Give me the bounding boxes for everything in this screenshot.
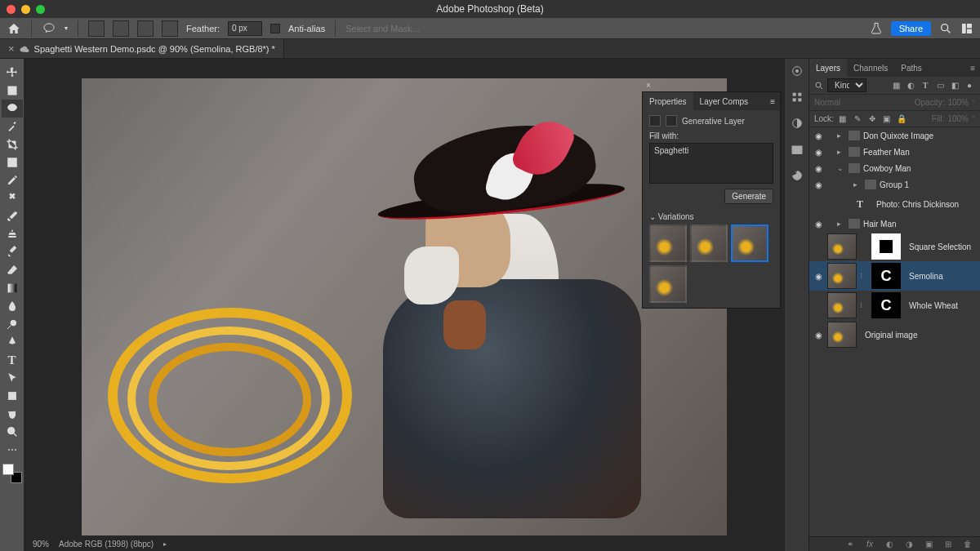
layer-row[interactable]: Square Selection	[809, 232, 980, 261]
generate-button[interactable]: Generate	[724, 189, 773, 204]
visibility-icon[interactable]: ◉	[813, 131, 824, 140]
layer-row[interactable]: ◉ ▸ Hair Man	[809, 216, 980, 232]
history-brush-tool[interactable]	[2, 243, 23, 261]
minimize-window-icon[interactable]	[21, 5, 30, 14]
tab-layer-comps[interactable]: Layer Comps	[693, 92, 755, 110]
marquee-tool[interactable]	[2, 82, 23, 100]
swatches-panel-icon[interactable]	[790, 90, 804, 104]
tab-layers[interactable]: Layers	[809, 59, 847, 77]
lock-position-icon[interactable]: ✥	[866, 113, 878, 125]
search-icon[interactable]	[939, 22, 952, 35]
path-select-tool[interactable]	[2, 369, 23, 387]
blend-mode-select[interactable]: Normal	[814, 98, 840, 107]
magic-wand-tool[interactable]	[2, 118, 23, 136]
visibility-icon[interactable]: ◉	[813, 148, 824, 157]
lock-all-icon[interactable]: 🔒	[896, 113, 907, 125]
lock-artboard-icon[interactable]: ▣	[881, 113, 893, 125]
link-mask-icon[interactable]: ⁞	[860, 272, 868, 280]
intersect-selection-button[interactable]	[162, 20, 178, 37]
zoom-level[interactable]: 90%	[33, 540, 49, 549]
brush-tool[interactable]	[2, 207, 23, 225]
move-tool[interactable]	[2, 64, 23, 82]
layer-row[interactable]: ◉ ▸ Group 1	[809, 176, 980, 193]
visibility-icon[interactable]: ◉	[813, 180, 824, 189]
share-button[interactable]: Share	[891, 21, 931, 36]
maximize-window-icon[interactable]	[36, 5, 45, 14]
layer-row[interactable]: ◉ ⌄ Cowboy Man	[809, 160, 980, 176]
close-tab-icon[interactable]: ×	[8, 42, 15, 55]
zoom-tool[interactable]	[2, 423, 23, 441]
beaker-icon[interactable]	[870, 22, 883, 35]
filter-smart-icon[interactable]: ◧	[949, 80, 960, 91]
lock-pixels-icon[interactable]: ✎	[852, 113, 863, 125]
status-arrow-icon[interactable]: ▸	[163, 540, 167, 548]
search-icon[interactable]	[814, 81, 824, 91]
crop-tool[interactable]	[2, 136, 23, 153]
select-and-mask-button[interactable]: Select and Mask...	[345, 24, 420, 33]
layer-row[interactable]: ◉ ⁞ C Semolina	[809, 261, 980, 291]
layer-row[interactable]: T Photo: Chris Dickinson	[809, 193, 980, 216]
layer-mask[interactable]: C	[871, 263, 901, 289]
link-mask-icon[interactable]: ⁞	[860, 301, 868, 309]
filter-toggle-icon[interactable]: ●	[964, 80, 975, 91]
workspace-icon[interactable]	[960, 22, 973, 35]
document-tab[interactable]: × Spaghetti Western Demo.psdc @ 90% (Sem…	[0, 39, 284, 58]
opacity-value[interactable]: 100%	[947, 98, 969, 107]
doc-info[interactable]: Adobe RGB (1998) (8bpc)	[59, 540, 154, 549]
filter-kind-select[interactable]: Kind	[827, 78, 866, 92]
edit-toolbar[interactable]: ⋯	[2, 441, 23, 459]
filter-shape-icon[interactable]: ▭	[934, 80, 946, 91]
eraser-tool[interactable]	[2, 261, 23, 279]
layer-mask[interactable]: C	[871, 292, 901, 318]
fill-value[interactable]: 100%	[947, 114, 969, 123]
new-layer-icon[interactable]: ⊞	[942, 540, 954, 549]
history-panel-icon[interactable]	[790, 168, 804, 183]
visibility-icon[interactable]: ◉	[813, 220, 824, 229]
feather-input[interactable]	[228, 21, 262, 36]
layer-row[interactable]: ◉ Original image	[809, 320, 980, 349]
add-mask-icon[interactable]: ◐	[884, 540, 895, 549]
tab-properties[interactable]: Properties	[643, 92, 693, 110]
tab-channels[interactable]: Channels	[847, 59, 894, 77]
clone-stamp-tool[interactable]	[2, 225, 23, 243]
filter-type-icon[interactable]: T	[920, 80, 931, 91]
antialias-checkbox[interactable]	[270, 24, 280, 33]
hand-tool[interactable]	[2, 405, 23, 423]
layer-fx-icon[interactable]: fx	[864, 540, 875, 549]
lock-transparency-icon[interactable]: ▦	[837, 113, 849, 125]
blur-tool[interactable]	[2, 297, 23, 315]
panel-menu-icon[interactable]: ≡	[965, 64, 980, 73]
adjustments-panel-icon[interactable]	[790, 116, 804, 131]
variations-label[interactable]: ⌄ Variations	[649, 212, 773, 221]
dodge-tool[interactable]	[2, 315, 23, 333]
new-selection-button[interactable]	[88, 20, 105, 37]
new-adjustment-icon[interactable]: ◑	[903, 540, 915, 549]
home-icon[interactable]	[7, 22, 21, 35]
layer-mask[interactable]	[871, 233, 901, 260]
panel-menu-icon[interactable]: ≡	[765, 97, 780, 106]
tab-paths[interactable]: Paths	[894, 59, 929, 77]
visibility-icon[interactable]: ◉	[813, 331, 824, 340]
document-canvas[interactable]	[82, 78, 727, 535]
variation-thumb[interactable]	[690, 224, 728, 262]
new-group-icon[interactable]: ▣	[923, 540, 934, 549]
close-window-icon[interactable]	[7, 5, 16, 14]
lasso-tool-icon[interactable]	[42, 22, 56, 35]
frame-tool[interactable]	[2, 153, 23, 171]
eyedropper-tool[interactable]	[2, 171, 23, 189]
subtract-selection-button[interactable]	[137, 20, 154, 37]
delete-layer-icon[interactable]: 🗑	[962, 540, 973, 549]
variation-thumb[interactable]	[649, 265, 687, 303]
prompt-input[interactable]: Spaghetti	[649, 143, 773, 184]
pen-tool[interactable]	[2, 333, 23, 351]
gradient-tool[interactable]	[2, 279, 23, 297]
color-panel-icon[interactable]	[790, 64, 804, 78]
visibility-icon[interactable]: ◉	[813, 164, 824, 173]
add-selection-button[interactable]	[113, 20, 129, 37]
rectangle-tool[interactable]	[2, 387, 23, 405]
panel-close-icon[interactable]: ×	[646, 81, 651, 90]
layer-row[interactable]: ⁞ C Whole Wheat	[809, 291, 980, 320]
layer-row[interactable]: ◉ ▸ Feather Man	[809, 144, 980, 160]
type-tool[interactable]: T	[2, 351, 23, 369]
dropdown-arrow-icon[interactable]: ▾	[65, 24, 68, 32]
